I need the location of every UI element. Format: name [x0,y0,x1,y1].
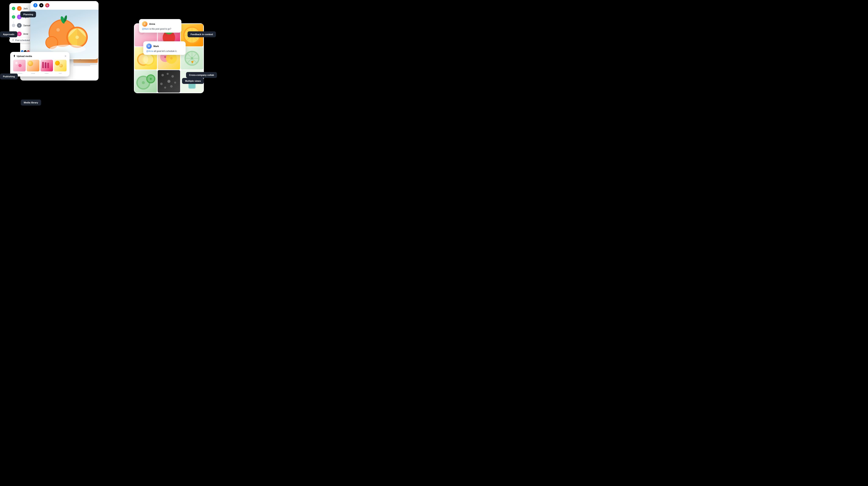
media-thumbnail [40,60,53,72]
upload-media-card: ⬆ Upload media ✕ strawberry [10,52,69,76]
media-thumbnail [54,60,66,72]
bottle-shape [45,62,46,68]
text-placeholder [73,65,91,66]
media-thumb-image [13,60,26,71]
fruit-decor [55,61,60,65]
name-anne: Anne [23,33,28,35]
svg-point-32 [142,81,145,84]
main-image-card: f ✕ ◎ [30,1,98,59]
feedback-bubble-mark: M Mark @Anna all good let's schedule it. [143,41,186,55]
svg-point-36 [161,74,164,76]
close-button[interactable]: ✕ [64,55,66,58]
lime-slices-svg [134,70,157,93]
upload-title: ⬆ Upload media [13,55,32,58]
mention-anna: @Anna [146,50,153,52]
bubble-header: M Mark [146,43,183,49]
media-thumbnail [27,60,39,72]
planning-label: Planning [23,13,33,16]
photo-cell [158,70,180,93]
avatar-jack: J [17,6,22,11]
media-library-label: Media library [24,101,38,104]
seeds-svg [158,70,180,93]
media-label: orange [27,73,39,74]
svg-point-6 [75,36,79,39]
connector [13,22,14,23]
name-jack: Jack [23,7,28,10]
check-pending-icon [12,24,15,27]
svg-point-40 [170,85,173,88]
approvals-badge[interactable]: Approvals [0,31,18,37]
fruit-decor [28,61,33,66]
media-label: fruit2 [54,73,66,74]
facebook-icon: f [33,3,37,7]
bubble-text-mark: @Anna all good let's schedule it. [146,50,183,53]
upload-header: ⬆ Upload media ✕ [13,55,66,58]
svg-point-22 [143,55,153,64]
fruit-decor [59,64,63,67]
mention-mark: @Mark [142,28,149,30]
svg-point-38 [172,75,174,78]
multiple-views-label: Multiple views [185,80,201,82]
media-thumb-image [40,60,53,71]
photo-cell [134,70,157,93]
media-item[interactable]: strawberry [13,60,26,74]
twitter-icon: ✕ [39,3,43,7]
check-approved-icon: ✓ [12,15,15,19]
bubble-header: A Anna [142,21,179,27]
planning-badge[interactable]: Planning [20,11,36,18]
media-thumb-image [27,60,39,71]
svg-point-25 [164,56,166,58]
media-label: bottles [40,73,53,74]
post-scheduled-text: Post scheduled [15,39,30,41]
multiple-views-badge[interactable]: Multiple views [182,78,204,84]
cross-company-label: Cross-company collab [189,74,214,76]
orange-image [30,10,98,59]
publishing-badge[interactable]: Publishing [0,73,18,79]
approvals-label: Approvals [3,33,14,36]
svg-point-26 [170,57,173,60]
media-item[interactable]: orange [27,60,39,74]
connector [13,13,14,14]
bottle-shape [42,62,44,68]
anna-message: is this post good to go? [149,28,171,30]
svg-point-39 [174,82,176,84]
avatar-samuel: S [17,23,22,28]
svg-point-43 [167,80,170,83]
feedback-bubble-anna: A Anna @Mark is this post good to go? [139,19,181,33]
bubble-text-anna: @Mark is this post good to go? [142,28,179,31]
bubble-name-mark: Mark [153,45,159,47]
clock-icon: ⏱ [12,39,14,41]
fruit-illustration [35,12,94,56]
cross-company-badge[interactable]: Cross-company collab [186,72,217,78]
avatar-mark: M [146,43,152,49]
bubble-name-anna: Anna [149,23,155,25]
bottle-shape [47,63,49,68]
text-placeholder [73,64,98,65]
media-grid: strawberry orange [13,60,66,74]
media-thumb-image [54,60,66,71]
svg-point-2 [56,28,60,32]
svg-point-35 [150,78,152,80]
avatar-anne: A [17,32,22,36]
avatar-anna: A [142,21,148,27]
svg-point-37 [166,73,168,75]
svg-point-41 [164,87,166,89]
mark-message: all good let's schedule it. [154,50,177,52]
fruit-decor [19,64,22,67]
name-samuel: Samuel [23,24,31,27]
check-approved-icon: ✓ [12,7,15,10]
upload-icon: ⬆ [13,55,16,58]
post-scheduled-pill: ⏱ Post scheduled [9,38,32,43]
media-item[interactable]: fruit2 [54,60,66,74]
svg-point-42 [160,83,163,85]
feedback-label: Feedback in context [190,33,213,36]
media-thumbnail [13,60,26,72]
main-scene: Approvals Publishing Feedback in context… [0,0,217,121]
feedback-badge[interactable]: Feedback in context [188,31,216,37]
upload-media-label: Upload media [17,55,32,57]
publishing-label: Publishing [3,75,15,78]
media-library-badge[interactable]: Media library [21,100,41,105]
media-item[interactable]: bottles [40,60,53,74]
instagram-icon: ◎ [45,3,50,7]
social-bar: f ✕ ◎ [30,1,98,10]
